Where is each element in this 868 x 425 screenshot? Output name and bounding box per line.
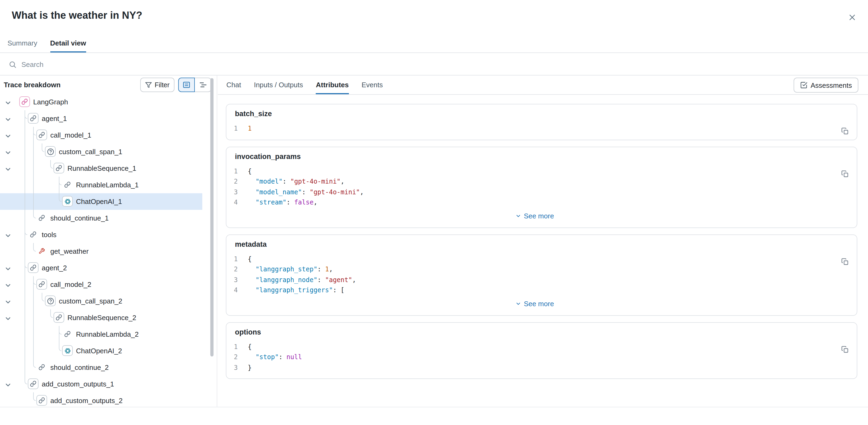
tree-row-add_custom_outputs_2[interactable]: add_custom_outputs_2 — [0, 392, 202, 407]
tree-guide-line — [25, 293, 25, 309]
tab-detail-view[interactable]: Detail view — [50, 33, 86, 53]
tree-row-RunnableLambda_2[interactable]: RunnableLambda_2 — [0, 326, 202, 342]
tree-guide-elbow — [33, 359, 36, 368]
code-text: "langgraph_step": 1, — [248, 265, 333, 275]
chevron-down-icon[interactable] — [5, 298, 11, 304]
tree-row-ChatOpenAI_1[interactable]: ChatOpenAI_1 — [0, 193, 202, 210]
tree-row-agent_2[interactable]: agent_2 — [0, 260, 202, 276]
tab-chat[interactable]: Chat — [226, 75, 241, 94]
code-text: "langgraph_triggers": [ — [248, 285, 344, 296]
tree-row-label: RunnableSequence_1 — [67, 160, 136, 177]
see-more-link[interactable]: See more — [234, 296, 835, 310]
code-text: } — [248, 363, 251, 373]
code-text: "model_name": "gpt-4o-mini", — [248, 187, 364, 198]
tree-guide-line — [25, 210, 25, 226]
tree-row-add_custom_outputs_1[interactable]: add_custom_outputs_1 — [0, 376, 202, 392]
copy-icon[interactable] — [840, 168, 850, 179]
tree-row-call_model_1[interactable]: call_model_1 — [0, 127, 202, 144]
tree-guide-elbow — [33, 210, 36, 218]
search-input[interactable] — [22, 60, 860, 68]
chevron-down-icon[interactable] — [5, 381, 11, 387]
close-icon[interactable] — [846, 12, 857, 23]
tree-scrollbar[interactable] — [210, 78, 214, 357]
tree-guide-line — [25, 127, 25, 144]
trace-breakdown-panel: Trace breakdown Filter LangGraph — [0, 75, 217, 407]
chevron-down-icon[interactable] — [5, 231, 11, 238]
tree-row-tools[interactable]: tools — [0, 226, 202, 243]
tree-row-label: call_model_1 — [50, 127, 91, 144]
copy-icon[interactable] — [840, 344, 850, 355]
chevron-down-icon[interactable] — [5, 148, 11, 155]
attribute-card-body: 1{2 "langgraph_step": 1,3 "langgraph_nod… — [226, 252, 857, 315]
tree-guide-line — [33, 326, 34, 342]
code-text: { — [248, 166, 251, 177]
chevron-down-icon[interactable] — [5, 132, 11, 138]
link-icon — [36, 395, 47, 406]
tree-guide-elbow — [50, 309, 53, 318]
chevron-down-icon[interactable] — [5, 98, 11, 105]
span-detail-panel: Chat Inputs / Outputs Attributes Events … — [218, 75, 868, 407]
chevron-down-icon[interactable] — [5, 115, 11, 122]
tree-guide-elbow — [59, 177, 62, 185]
attributes-list: batch_size 11 invocation_params 1{2 "mod… — [218, 95, 868, 407]
tree-row-agent_1[interactable]: agent_1 — [0, 110, 202, 127]
attribute-card-title: options — [226, 323, 857, 340]
tree-guide-elbow — [25, 110, 27, 119]
code-text: "stop": null — [248, 352, 302, 363]
code-line: 3 "model_name": "gpt-4o-mini", — [234, 187, 835, 198]
tree-row-custom_call_span_1[interactable]: custom_call_span_1 — [0, 144, 202, 160]
code-line: 1{ — [234, 342, 835, 352]
tree-guide-elbow — [25, 226, 27, 235]
gantt-icon — [199, 81, 207, 89]
tree-guide-elbow — [33, 127, 36, 135]
tree-row-RunnableSequence_2[interactable]: RunnableSequence_2 — [0, 309, 202, 326]
tree-view-toggle-button[interactable] — [178, 78, 195, 92]
trace-modal: What is the weather in NY? Summary Detai… — [0, 0, 868, 425]
tree-row-label: ChatOpenAI_1 — [76, 193, 122, 210]
copy-icon[interactable] — [840, 256, 850, 267]
tree-row-RunnableLambda_1[interactable]: RunnableLambda_1 — [0, 177, 202, 193]
tab-attributes[interactable]: Attributes — [316, 75, 349, 94]
checklist-icon — [800, 81, 807, 89]
tab-summary[interactable]: Summary — [7, 33, 37, 53]
chevron-down-icon[interactable] — [5, 265, 11, 271]
see-more-link[interactable]: See more — [234, 208, 835, 222]
tree-guide-line — [25, 309, 25, 326]
tree-row-should_continue_2[interactable]: should_continue_2 — [0, 359, 202, 376]
tree-row-ChatOpenAI_2[interactable]: ChatOpenAI_2 — [0, 342, 202, 359]
tree-row-label: add_custom_outputs_1 — [42, 376, 114, 392]
chevron-down-icon[interactable] — [5, 314, 11, 321]
search-bar — [0, 54, 868, 75]
line-number: 1 — [234, 124, 241, 134]
tree-row-RunnableSequence_1[interactable]: RunnableSequence_1 — [0, 160, 202, 177]
card-batch_size: batch_size 11 — [226, 104, 857, 140]
tab-inputs-outputs[interactable]: Inputs / Outputs — [254, 75, 303, 94]
tab-events[interactable]: Events — [362, 75, 383, 94]
list-detail-icon — [183, 81, 190, 89]
tree-guide-line — [25, 160, 25, 177]
attribute-card-title: invocation_params — [226, 147, 857, 164]
filter-button[interactable]: Filter — [140, 78, 175, 92]
model-icon — [62, 345, 73, 356]
copy-icon[interactable] — [840, 126, 850, 136]
link-icon — [54, 163, 64, 174]
tree-row-call_model_2[interactable]: call_model_2 — [0, 276, 202, 293]
tree-row-LangGraph[interactable]: LangGraph — [0, 94, 202, 110]
funnel-icon — [145, 81, 152, 88]
tree-row-should_continue_1[interactable]: should_continue_1 — [0, 210, 202, 226]
card-invocation_params: invocation_params 1{2 "model": "gpt-4o-m… — [226, 146, 857, 228]
tree-guide-line — [25, 193, 25, 210]
tree-guide-elbow — [42, 144, 44, 152]
tree-row-custom_call_span_2[interactable]: custom_call_span_2 — [0, 293, 202, 309]
assessments-button[interactable]: Assessments — [793, 78, 858, 93]
chevron-down-icon[interactable] — [5, 281, 11, 287]
code-line: 4 "stream": false, — [234, 198, 835, 208]
detail-tab-bar: Chat Inputs / Outputs Attributes Events — [218, 75, 868, 95]
timeline-view-toggle-button[interactable] — [195, 78, 211, 92]
tree-guide-line — [33, 160, 34, 177]
line-number: 3 — [234, 363, 241, 373]
code-line: 1{ — [234, 166, 835, 177]
tree-row-get_weather[interactable]: get_weather — [0, 243, 202, 260]
chevron-down-icon[interactable] — [5, 165, 11, 171]
code-text: "langgraph_node": "agent", — [248, 275, 356, 285]
